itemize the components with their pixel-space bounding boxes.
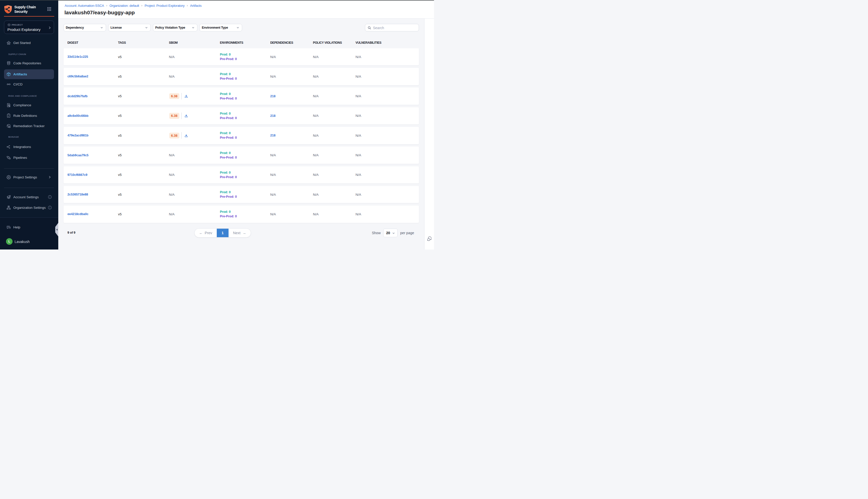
- svg-text:?: ?: [8, 226, 9, 228]
